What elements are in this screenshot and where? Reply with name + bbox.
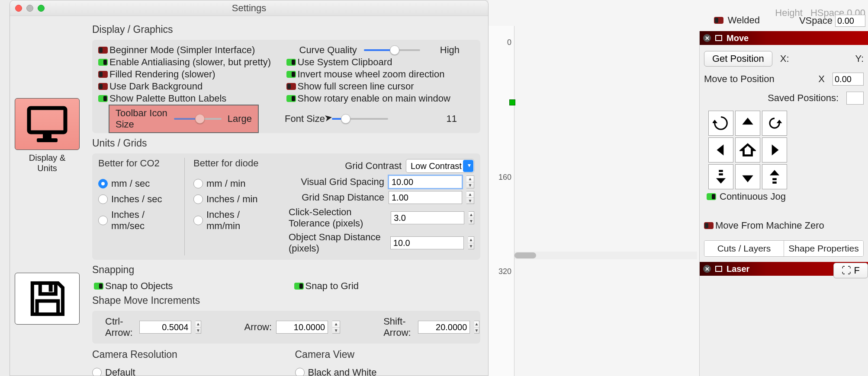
- radio-icon[interactable]: [193, 194, 203, 204]
- snap-distance-input[interactable]: [389, 191, 462, 204]
- toggle-icon[interactable]: [294, 283, 304, 290]
- tab-shape-properties[interactable]: Shape Properties: [784, 241, 863, 256]
- vertical-ruler: 0 160 320: [489, 26, 514, 376]
- jog-right-button[interactable]: [762, 137, 787, 163]
- stepper-icon[interactable]: ▲▼: [332, 321, 340, 334]
- titlebar[interactable]: Settings: [10, 0, 488, 16]
- radio-inches-mm-min[interactable]: Inches / mm/min: [193, 207, 271, 234]
- toolbar-icon-size-slider[interactable]: [174, 118, 222, 120]
- close-icon[interactable]: ✕: [703, 34, 711, 42]
- radio-icon[interactable]: [98, 216, 108, 225]
- toggle-icon[interactable]: [714, 17, 723, 24]
- frame-button[interactable]: ⛶ F: [833, 263, 868, 278]
- opt-dark-background[interactable]: Use Dark Background: [98, 80, 286, 92]
- popout-icon[interactable]: [715, 266, 722, 272]
- radio-icon[interactable]: [98, 194, 108, 204]
- opt-snap-objects[interactable]: Snap to Objects: [94, 280, 173, 292]
- snap-distance-label: Grid Snap Distance: [302, 192, 384, 203]
- radio-icon[interactable]: [295, 368, 305, 376]
- svg-rect-5: [37, 301, 58, 314]
- radio-icon[interactable]: [98, 179, 108, 188]
- toggle-icon[interactable]: [286, 59, 296, 66]
- opt-snap-grid[interactable]: Snap to Grid: [294, 280, 359, 292]
- curve-quality-slider[interactable]: [364, 49, 420, 51]
- toggle-icon[interactable]: [707, 193, 716, 200]
- close-icon[interactable]: ✕: [703, 265, 711, 273]
- toggle-icon[interactable]: [286, 95, 296, 102]
- jog-down-button[interactable]: [735, 164, 760, 189]
- sidebar-tile-file[interactable]: [15, 273, 80, 327]
- grid-contrast-select[interactable]: Low Contrast: [406, 159, 474, 173]
- toggle-icon[interactable]: [98, 71, 108, 78]
- stepper-icon[interactable]: ▲▼: [474, 321, 479, 334]
- radio-inches-mm-sec[interactable]: Inches / mm/sec: [98, 207, 176, 234]
- svg-rect-1: [43, 132, 51, 138]
- stepper-icon[interactable]: ▲▼: [468, 236, 474, 249]
- panel-display-graphics: Beginner Mode (Simpler Interface) Enable…: [92, 40, 480, 133]
- toggle-icon[interactable]: [98, 47, 108, 54]
- jog-up-button[interactable]: [735, 111, 760, 136]
- toggle-icon[interactable]: [98, 83, 108, 90]
- opt-antialiasing[interactable]: Enable Antialiasing (slower, but pretty): [98, 56, 286, 68]
- ctrl-arrow-input[interactable]: [139, 321, 191, 334]
- camera-view-heading: Camera View: [295, 349, 481, 360]
- opt-continuous-jog[interactable]: Continuous Jog: [707, 191, 864, 202]
- opt-beginner-mode[interactable]: Beginner Mode (Simpler Interface): [98, 44, 286, 56]
- popout-icon[interactable]: [715, 35, 722, 41]
- get-position-button[interactable]: Get Position: [704, 51, 772, 67]
- stepper-icon[interactable]: ▲▼: [469, 211, 474, 224]
- settings-content: Display / Graphics Beginner Mode (Simple…: [84, 16, 488, 376]
- opt-rotary-enable[interactable]: Show rotary enable on main window: [286, 92, 475, 105]
- opt-filled-rendering[interactable]: Filled Rendering (slower): [98, 68, 286, 80]
- jog-z-up-button[interactable]: [762, 164, 787, 189]
- tab-cuts-layers[interactable]: Cuts / Layers: [704, 241, 784, 256]
- move-dock: ✕ Move Get Position X: Y: Move to Positi…: [699, 31, 868, 376]
- visual-spacing-label: Visual Grid Spacing: [301, 176, 384, 188]
- jog-home-button[interactable]: [735, 137, 760, 163]
- jog-left-button[interactable]: [708, 137, 733, 163]
- obj-snap-input[interactable]: [390, 236, 464, 249]
- toggle-icon[interactable]: [286, 83, 296, 90]
- move-x-input[interactable]: [833, 73, 864, 86]
- opt-invert-wheel[interactable]: Invert mouse wheel zoom direction: [286, 68, 475, 80]
- saved-positions-input[interactable]: [846, 92, 864, 105]
- stepper-icon[interactable]: ▲▼: [466, 191, 474, 204]
- toggle-icon[interactable]: [704, 222, 714, 229]
- toggle-icon[interactable]: [98, 95, 108, 102]
- radio-mm-min[interactable]: mm / min: [193, 176, 271, 191]
- radio-icon[interactable]: [193, 216, 203, 225]
- saved-positions-label: Saved Positions:: [768, 92, 839, 104]
- jog-rotate-cw-button[interactable]: [762, 111, 787, 136]
- radio-cam-default[interactable]: Default: [92, 365, 278, 376]
- shift-arrow-input[interactable]: [418, 321, 470, 334]
- radio-cam-bw[interactable]: Black and White: [295, 365, 481, 376]
- opt-palette-labels[interactable]: Show Palette Button Labels: [98, 92, 286, 105]
- vspace-label: VSpace: [799, 15, 833, 26]
- move-dock-titlebar[interactable]: ✕ Move: [700, 31, 868, 45]
- arrow-input[interactable]: [276, 321, 328, 334]
- origin-marker-icon: [509, 99, 515, 105]
- section-increments-heading: Shape Move Increments: [92, 295, 480, 306]
- visual-spacing-input[interactable]: [389, 175, 462, 188]
- stepper-icon[interactable]: ▲▼: [466, 175, 474, 188]
- toggle-icon[interactable]: [94, 283, 103, 290]
- stepper-icon[interactable]: ▲▼: [196, 321, 201, 334]
- opt-machine-zero[interactable]: Move From Machine Zero: [704, 220, 864, 232]
- vspace-input[interactable]: [835, 15, 865, 27]
- font-size-slider[interactable]: [332, 118, 388, 120]
- radio-mm-sec[interactable]: mm / sec: [98, 176, 176, 191]
- radio-inches-sec[interactable]: Inches / sec: [98, 191, 176, 207]
- opt-fullscreen-cursor[interactable]: Show full screen line cursor: [286, 80, 475, 92]
- sidebar-tile-label: Display & Units: [15, 153, 80, 173]
- radio-icon[interactable]: [92, 368, 102, 376]
- opt-system-clipboard[interactable]: Use System Clipboard: [286, 56, 475, 68]
- jog-z-down-button[interactable]: [708, 164, 733, 189]
- radio-icon[interactable]: [193, 179, 203, 188]
- click-tolerance-input[interactable]: [391, 211, 464, 224]
- jog-rotate-ccw-button[interactable]: [708, 111, 733, 136]
- toggle-icon[interactable]: [98, 59, 108, 66]
- horizontal-scrollbar[interactable]: [514, 252, 697, 259]
- toggle-icon[interactable]: [286, 71, 296, 78]
- radio-inches-min[interactable]: Inches / min: [193, 191, 271, 207]
- sidebar-tile-display-units[interactable]: Display & Units: [15, 98, 80, 173]
